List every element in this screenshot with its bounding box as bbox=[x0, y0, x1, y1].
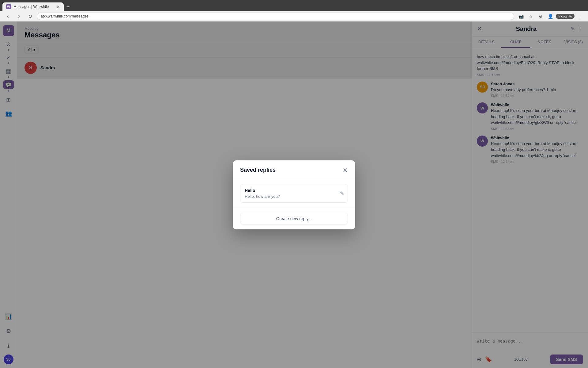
more-button[interactable]: ⋮ bbox=[576, 12, 584, 21]
reply-edit-button[interactable]: ✎ bbox=[340, 190, 344, 196]
tab-close-button[interactable]: ✕ bbox=[56, 4, 60, 9]
active-tab[interactable]: W Messages | Waitwhile ✕ bbox=[2, 2, 64, 11]
back-button[interactable]: ‹ bbox=[4, 12, 12, 21]
extension-icon[interactable]: ⚙ bbox=[536, 12, 545, 21]
tab-favicon: W bbox=[6, 4, 11, 9]
browser-tabs: W Messages | Waitwhile ✕ + bbox=[0, 0, 588, 11]
reply-title: Hello bbox=[245, 188, 343, 193]
modal-footer: Create new reply... bbox=[233, 208, 355, 229]
camera-off-icon: 📷 bbox=[517, 12, 525, 21]
create-reply-button[interactable]: Create new reply... bbox=[240, 213, 348, 224]
saved-reply-item[interactable]: Hello Hello, how are you? ✎ bbox=[240, 184, 348, 203]
forward-button[interactable]: › bbox=[15, 12, 23, 21]
browser-toolbar: ‹ › ↻ app.waitwhile.com/messages 📷 ☆ ⚙ 👤… bbox=[0, 11, 588, 21]
address-bar[interactable]: app.waitwhile.com/messages bbox=[37, 13, 514, 20]
modal-title: Saved replies bbox=[240, 167, 276, 173]
modal-close-button[interactable]: ✕ bbox=[343, 167, 348, 174]
modal-overlay: Saved replies ✕ Hello Hello, how are you… bbox=[0, 21, 588, 368]
reload-button[interactable]: ↻ bbox=[26, 12, 34, 21]
tab-title: Messages | Waitwhile bbox=[13, 5, 54, 9]
incognito-badge: Incognito bbox=[556, 14, 575, 19]
new-tab-button[interactable]: + bbox=[64, 2, 72, 11]
star-icon[interactable]: ☆ bbox=[526, 12, 535, 21]
reply-text: Hello, how are you? bbox=[245, 194, 343, 199]
modal-body: Hello Hello, how are you? ✎ bbox=[233, 179, 355, 208]
profile-icon[interactable]: 👤 bbox=[546, 12, 555, 21]
browser-chrome: W Messages | Waitwhile ✕ + ‹ › ↻ app.wai… bbox=[0, 0, 588, 21]
saved-replies-modal: Saved replies ✕ Hello Hello, how are you… bbox=[233, 160, 355, 229]
modal-header: Saved replies ✕ bbox=[233, 160, 355, 179]
toolbar-icons: 📷 ☆ ⚙ 👤 Incognito ⋮ bbox=[517, 12, 584, 21]
